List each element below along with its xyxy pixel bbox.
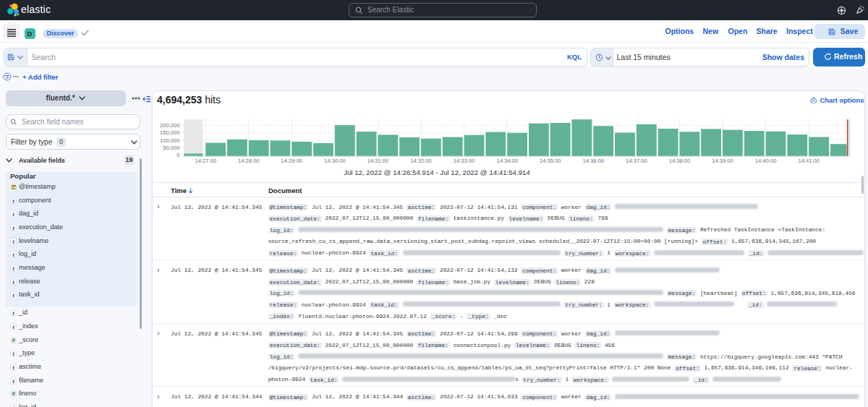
svg-text:14:34:00: 14:34:00 <box>496 158 518 164</box>
svg-text:14:37:00: 14:37:00 <box>626 158 647 164</box>
svg-text:14:32:00: 14:32:00 <box>410 158 432 164</box>
svg-text:14:28:00: 14:28:00 <box>238 158 260 164</box>
svg-text:14:35:00: 14:35:00 <box>540 158 561 164</box>
svg-text:14:40:00: 14:40:00 <box>755 158 777 164</box>
svg-text:50,000: 50,000 <box>163 145 179 151</box>
svg-text:14:38:00: 14:38:00 <box>669 158 691 164</box>
svg-text:14:31:00: 14:31:00 <box>367 158 389 164</box>
svg-text:14:30:00: 14:30:00 <box>324 158 346 164</box>
svg-text:200,000: 200,000 <box>160 122 179 129</box>
svg-text:14:41:00: 14:41:00 <box>798 158 820 164</box>
svg-text:100,000: 100,000 <box>160 137 179 144</box>
svg-text:14:27:00: 14:27:00 <box>195 158 216 164</box>
svg-text:14:39:00: 14:39:00 <box>712 158 733 164</box>
svg-text:14:33:00: 14:33:00 <box>454 158 475 164</box>
svg-text:14:36:00: 14:36:00 <box>583 158 605 164</box>
svg-text:14:29:00: 14:29:00 <box>281 158 303 164</box>
svg-text:150,000: 150,000 <box>160 129 179 136</box>
svg-text:0: 0 <box>176 152 179 158</box>
